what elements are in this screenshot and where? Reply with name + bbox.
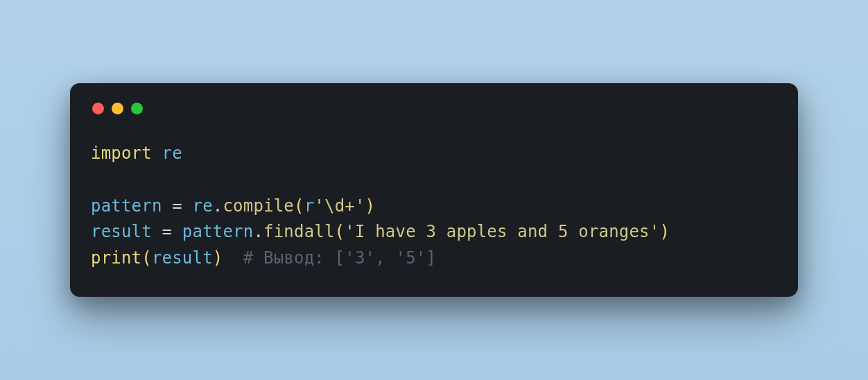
paren-open: (	[335, 222, 345, 241]
code-block: import re pattern = re.compile(r'\d+') r…	[91, 141, 777, 273]
variable-pattern: pattern	[91, 196, 162, 216]
dot: .	[253, 222, 263, 241]
code-window: import re pattern = re.compile(r'\d+') r…	[70, 83, 798, 297]
comment-output: # Вывод: ['3', '5']	[243, 248, 436, 268]
close-icon[interactable]	[92, 103, 104, 114]
paren-close: )	[365, 196, 376, 216]
dot: .	[213, 196, 223, 216]
minimize-icon[interactable]	[112, 103, 123, 114]
object-re: re	[193, 196, 213, 216]
string-prefix: r	[304, 196, 315, 216]
paren-open: (	[294, 196, 304, 216]
string-input: 'I have 3 apples and 5 oranges'	[345, 222, 659, 241]
paren-open: (	[141, 248, 152, 268]
maximize-icon[interactable]	[131, 103, 143, 114]
string-regex: '\d+'	[314, 196, 365, 216]
method-findall: findall	[263, 222, 335, 241]
variable-result: result	[91, 222, 152, 241]
object-pattern: pattern	[182, 222, 254, 241]
spacing	[223, 248, 243, 268]
traffic-lights	[91, 103, 777, 114]
method-compile: compile	[223, 196, 294, 216]
keyword-import: import	[91, 144, 152, 163]
module-name: re	[162, 144, 182, 163]
func-print: print	[91, 248, 141, 268]
assign-op: =	[162, 196, 193, 216]
assign-op: =	[152, 222, 182, 241]
paren-close: )	[213, 248, 223, 268]
arg-result: result	[152, 248, 213, 268]
paren-close: )	[659, 222, 670, 241]
